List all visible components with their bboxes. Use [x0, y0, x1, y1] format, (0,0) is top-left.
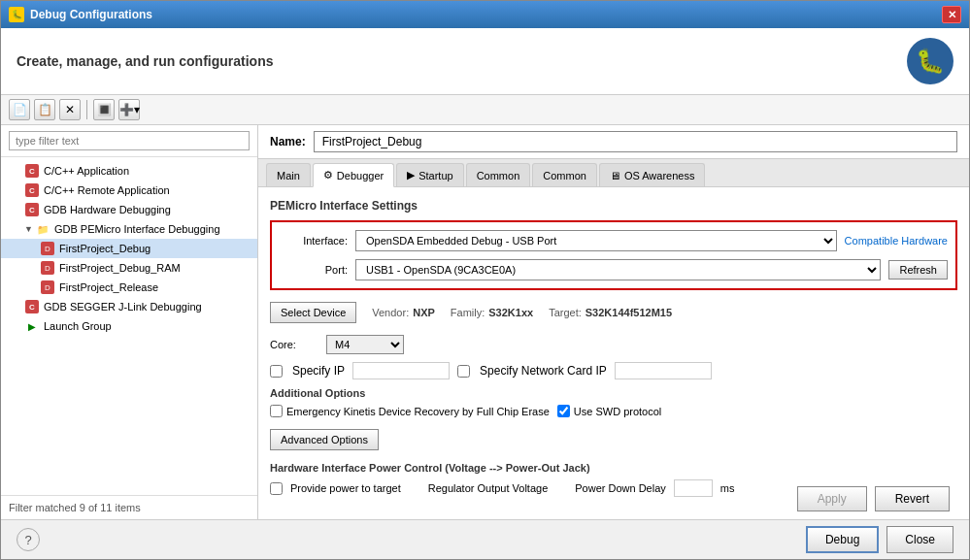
startup-tab-icon: ▶	[407, 169, 415, 181]
tab-debugger[interactable]: ⚙ Debugger	[313, 163, 394, 187]
apply-button[interactable]: Apply	[797, 486, 867, 511]
filter-input[interactable]	[9, 131, 250, 150]
core-select[interactable]: M4	[326, 335, 404, 354]
power-title: Hardware Interface Power Control (Voltag…	[270, 462, 957, 474]
provide-power-label: Provide power to target	[290, 482, 401, 494]
title-bar: 🐛 Debug Configurations ✕	[1, 1, 969, 28]
emergency-label: Emergency Kinetis Device Recovery by Ful…	[286, 406, 550, 417]
sidebar: C C/C++ Application C C/C++ Remote Appli…	[1, 125, 258, 519]
tab-debugger-label: Debugger	[337, 170, 384, 181]
delete-button[interactable]: ✕	[59, 99, 81, 120]
emergency-checkbox[interactable]	[270, 405, 283, 417]
vendor-label: Vendor:	[372, 307, 409, 318]
select-device-row: Select Device Vendor: NXP Family: S32K1x…	[270, 302, 957, 323]
swd-checkbox[interactable]	[557, 405, 570, 417]
sidebar-item-launch-group[interactable]: ▶ Launch Group	[1, 316, 257, 336]
debug-icon: D	[40, 242, 55, 255]
tree-arrow-icon: ▼	[24, 224, 33, 234]
tab-startup[interactable]: ▶ Startup	[396, 163, 463, 186]
duplicate-button[interactable]: 📋	[34, 99, 55, 120]
family-label: Family:	[451, 307, 485, 318]
name-label: Name:	[270, 135, 306, 148]
panel-content: PEMicro Interface Settings Interface: Op…	[258, 187, 969, 519]
more-button[interactable]: ➕▾	[118, 99, 140, 120]
additional-options-title: Additional Options	[270, 387, 957, 399]
sidebar-tree: C C/C++ Application C C/C++ Remote Appli…	[1, 157, 257, 495]
additional-options-section: Additional Options Emergency Kinetis Dev…	[270, 387, 957, 417]
sidebar-item-label: FirstProject_Release	[59, 281, 158, 293]
compatible-hardware-link[interactable]: Compatible Hardware	[845, 235, 948, 247]
sidebar-item-label: Launch Group	[44, 320, 112, 332]
device-info: Vendor: NXP Family: S32K1xx Target: S32K…	[372, 307, 672, 318]
release-icon: D	[40, 280, 55, 294]
refresh-button[interactable]: Refresh	[888, 260, 948, 280]
segger-icon: C	[24, 300, 40, 313]
tab-common[interactable]: Common	[532, 163, 597, 186]
sidebar-item-label: FirstProject_Debug	[59, 243, 151, 254]
tab-os-awareness[interactable]: 🖥 OS Awareness	[599, 163, 706, 186]
port-row: Port: USB1 - OpenSDA (9CA3CE0A) Refresh	[280, 259, 948, 280]
name-bar: Name:	[258, 125, 969, 159]
sidebar-item-label: GDB Hardware Debugging	[44, 204, 171, 215]
port-select[interactable]: USB1 - OpenSDA (9CA3CE0A)	[355, 259, 881, 280]
toolbar: 📄 📋 ✕ 🔳 ➕▾	[1, 95, 969, 125]
ip-input[interactable]	[352, 362, 450, 379]
sidebar-item-cpp-app[interactable]: C C/C++ Application	[1, 161, 257, 181]
close-button[interactable]: ✕	[942, 6, 961, 23]
tab-main-label: Main	[277, 170, 300, 181]
tab-main[interactable]: Main	[266, 163, 311, 186]
sidebar-filter-area	[1, 125, 257, 157]
new-config-button[interactable]: 📄	[9, 99, 30, 120]
target-label: Target:	[549, 307, 582, 318]
footer-buttons: Debug Close	[806, 526, 953, 553]
sidebar-item-first-debug[interactable]: D FirstProject_Debug	[1, 239, 257, 258]
name-input[interactable]	[314, 131, 957, 152]
advanced-options-button[interactable]: Advanced Options	[270, 429, 379, 450]
core-row: Core: M4	[270, 335, 957, 354]
power-down-label: Power Down Delay	[575, 482, 666, 494]
debugger-tab-icon: ⚙	[323, 169, 333, 181]
help-button[interactable]: ?	[17, 528, 40, 551]
interface-select[interactable]: OpenSDA Embedded Debug - USB Port	[355, 230, 837, 251]
header: Create, manage, and run configurations 🐛	[1, 28, 969, 95]
target-info: Target: S32K144f512M15	[549, 307, 672, 318]
specify-network-label: Specify Network Card IP	[480, 364, 607, 378]
sidebar-item-first-release[interactable]: D FirstProject_Release	[1, 278, 257, 297]
apply-revert-area: Apply Revert	[797, 486, 950, 511]
tab-os-icon: 🖥	[610, 170, 620, 181]
sidebar-item-gdb-segger[interactable]: C GDB SEGGER J-Link Debugging	[1, 297, 257, 316]
debug-button[interactable]: Debug	[806, 526, 879, 553]
footer-close-button[interactable]: Close	[886, 526, 953, 553]
tab-source[interactable]: Common	[466, 163, 531, 186]
power-down-input[interactable]	[674, 479, 713, 497]
provide-power-checkbox[interactable]	[270, 482, 283, 495]
sidebar-item-label: C/C++ Application	[44, 165, 129, 177]
family-info: Family: S32K1xx	[451, 307, 533, 318]
sidebar-item-cpp-remote[interactable]: C C/C++ Remote Application	[1, 181, 257, 200]
folder-icon: 📁	[35, 222, 50, 236]
filter-button[interactable]: 🔳	[93, 99, 115, 120]
emergency-label-container: Emergency Kinetis Device Recovery by Ful…	[270, 405, 550, 417]
revert-button[interactable]: Revert	[875, 486, 950, 511]
swd-label: Use SWD protocol	[574, 406, 661, 417]
header-logo: 🐛	[907, 38, 953, 84]
debug-ram-icon: D	[40, 261, 55, 275]
sidebar-item-label: GDB SEGGER J-Link Debugging	[44, 301, 202, 313]
network-ip-input[interactable]	[615, 362, 712, 379]
tab-source-label: Common	[477, 170, 520, 181]
sidebar-item-gdb-hw[interactable]: C GDB Hardware Debugging	[1, 200, 257, 219]
specify-ip-label: Specify IP	[292, 364, 345, 378]
title-bar-title: Debug Configurations	[30, 8, 936, 21]
vendor-value: NXP	[413, 307, 435, 318]
specify-ip-checkbox[interactable]	[270, 365, 283, 378]
right-panel: Name: Main ⚙ Debugger ▶ Startup Common	[258, 125, 969, 519]
tab-os-label: OS Awareness	[624, 170, 695, 181]
header-title: Create, manage, and run configurations	[17, 53, 274, 69]
advanced-options-area: Advanced Options	[270, 429, 957, 450]
specify-network-checkbox[interactable]	[457, 365, 470, 378]
select-device-button[interactable]: Select Device	[270, 302, 356, 323]
sidebar-item-first-debug-ram[interactable]: D FirstProject_Debug_RAM	[1, 258, 257, 278]
sidebar-item-gdb-pemicro[interactable]: ▼ 📁 GDB PEMicro Interface Debugging	[1, 219, 257, 239]
ip-row: Specify IP Specify Network Card IP	[270, 362, 957, 379]
section-title: PEMicro Interface Settings	[270, 199, 957, 213]
